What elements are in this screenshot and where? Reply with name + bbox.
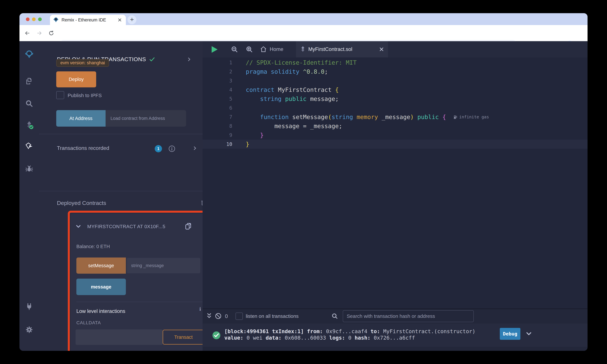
browser-tab-title: Remix - Ethereum IDE: [62, 17, 118, 23]
set-message-button[interactable]: setMessage: [76, 258, 126, 274]
divider: [39, 134, 203, 134]
code-line[interactable]: 9 }: [203, 130, 588, 140]
remix-favicon-icon: [53, 17, 59, 23]
icon-rail: [19, 41, 39, 351]
file-tab-close-icon[interactable]: [379, 47, 384, 52]
log-expand-chevron-icon[interactable]: [526, 331, 532, 337]
low-level-info-icon[interactable]: i: [199, 306, 201, 312]
code-line[interactable]: 6: [203, 103, 588, 112]
home-tab[interactable]: Home: [260, 41, 283, 57]
code-line[interactable]: 10}: [203, 140, 588, 149]
back-icon[interactable]: [23, 29, 31, 37]
info-icon[interactable]: [168, 145, 175, 152]
new-tab-button[interactable]: +: [128, 15, 136, 24]
terminal-collapse-icon[interactable]: [206, 312, 212, 320]
zoom-in-icon[interactable]: [246, 46, 253, 53]
deployed-contracts-label: Deployed Contracts: [57, 200, 106, 206]
terminal-log-text: [block:4994361 txIndex:1] from: 0x9cf...…: [224, 328, 475, 341]
contract-title: MYFIRSTCONTRACT AT 0X10F...5: [87, 224, 183, 229]
file-tab[interactable]: MyFirstContract.sol: [296, 41, 388, 57]
forward-icon[interactable]: [35, 29, 43, 37]
code-line[interactable]: 7 function setMessage(string memory _mes…: [203, 112, 588, 121]
code-line[interactable]: 4contract MyFirstContract {: [203, 85, 588, 94]
browser-tabstrip: Remix - Ethereum IDE +: [19, 13, 588, 25]
divider: [76, 302, 205, 302]
code-line[interactable]: 2pragma solidity ^0.8.0;: [203, 67, 588, 76]
clear-console-icon[interactable]: [215, 312, 222, 320]
deploy-run-icon[interactable]: [25, 142, 33, 151]
publish-ipfs-label: Publish to IPFS: [68, 93, 102, 98]
panel-collapse-chevron-icon[interactable]: [186, 57, 192, 62]
transactions-expand-chevron-icon[interactable]: [192, 146, 197, 151]
file-tab-label: MyFirstContract.sol: [308, 46, 379, 52]
browser-tab[interactable]: Remix - Ethereum IDE: [50, 15, 126, 25]
code-line[interactable]: 5 string public message;: [203, 94, 588, 103]
evm-version-badge: evm version: shanghai: [56, 59, 109, 67]
calldata-label: CALLDATA: [76, 320, 101, 325]
terminal-search-icon: [331, 313, 338, 320]
divider: [39, 191, 203, 191]
plugin-manager-icon[interactable]: [25, 303, 33, 311]
debug-button[interactable]: Debug: [500, 328, 520, 340]
search-icon[interactable]: [25, 99, 33, 108]
settings-gear-icon[interactable]: [25, 325, 33, 334]
terminal-log-row[interactable]: [block:4994361 txIndex:1] from: 0x9cf...…: [203, 324, 588, 347]
set-message-input[interactable]: string _message: [127, 258, 200, 273]
file-explorer-icon[interactable]: [25, 77, 33, 85]
browser-toolbar: remix.ethereum.org/#lang=en&optimize=fal…: [19, 25, 588, 41]
home-icon: [260, 46, 267, 53]
at-address-input[interactable]: Load contract from Address: [106, 110, 186, 127]
deployed-contract-card: MYFIRSTCONTRACT AT 0X10F...5 Balance: 0 …: [71, 214, 210, 351]
message-button[interactable]: message: [76, 279, 126, 295]
plus-icon: +: [130, 16, 134, 23]
tx-success-icon: [212, 331, 221, 340]
at-address-button[interactable]: At Address: [56, 110, 106, 127]
compile-success-check-icon: [149, 56, 155, 63]
listen-count: 0: [225, 313, 228, 319]
listen-checkbox[interactable]: [236, 312, 243, 320]
calldata-input[interactable]: [76, 329, 163, 345]
debugger-icon[interactable]: [25, 165, 33, 173]
contract-collapse-chevron-icon[interactable]: [75, 223, 81, 230]
publish-ipfs-checkbox[interactable]: [56, 91, 64, 99]
terminal: 0 listen on all transactions Search with…: [203, 309, 588, 351]
gas-pump-icon: [453, 115, 458, 119]
traffic-minimize-button[interactable]: [32, 17, 36, 21]
run-script-play-icon[interactable]: [212, 46, 218, 53]
code-line[interactable]: 3: [203, 76, 588, 85]
tab-close-icon[interactable]: [118, 18, 122, 22]
screenshot-stage: Remix - Ethereum IDE + remix.ethereum.or…: [0, 0, 607, 364]
zoom-out-icon[interactable]: [231, 46, 238, 53]
solidity-compiler-icon[interactable]: [25, 121, 33, 129]
reload-icon[interactable]: [47, 29, 55, 37]
traffic-zoom-button[interactable]: [38, 17, 42, 21]
deploy-run-panel: DEPLOY & RUN TRANSACTIONS evm version: s…: [39, 41, 203, 351]
low-level-label: Low level interactions: [76, 308, 125, 314]
remix-logo-icon[interactable]: [25, 50, 33, 59]
editor-tabbar: Home MyFirstContract.sol: [203, 41, 588, 57]
terminal-search-input[interactable]: Search with transaction hash or address: [343, 310, 474, 322]
gas-estimate-annotation: infinite gas: [453, 115, 489, 119]
code-editor[interactable]: 1// SPDX-License-Identifier: MIT2pragma …: [203, 57, 588, 308]
listen-label: listen on all transactions: [246, 313, 299, 319]
transactions-count-badge: 1: [155, 145, 162, 152]
solidity-file-icon: [300, 46, 305, 52]
traffic-close-button[interactable]: [26, 17, 29, 21]
remix-app: DEPLOY & RUN TRANSACTIONS evm version: s…: [19, 41, 588, 351]
contract-balance: Balance: 0 ETH: [76, 244, 110, 249]
browser-window: Remix - Ethereum IDE + remix.ethereum.or…: [19, 13, 588, 351]
code-line[interactable]: 8 message = _message;: [203, 121, 588, 130]
transact-button[interactable]: Transact: [163, 330, 204, 345]
copy-address-icon[interactable]: [184, 222, 192, 230]
transactions-recorded-label: Transactions recorded: [57, 145, 109, 151]
code-line[interactable]: 1// SPDX-License-Identifier: MIT: [203, 58, 588, 67]
deploy-button[interactable]: Deploy: [56, 71, 96, 87]
home-tab-label: Home: [270, 46, 283, 52]
